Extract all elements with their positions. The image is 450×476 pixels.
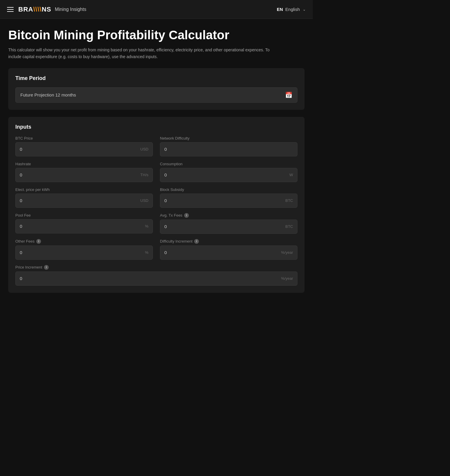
hamburger-line-2 [7, 9, 14, 10]
input-group-price-increment: Price Increment i 0 %/year [15, 265, 297, 286]
block-subsidy-unit: BTC [285, 198, 293, 203]
language-label: English [285, 7, 300, 12]
input-block-subsidy[interactable]: 0 BTC [160, 194, 297, 208]
input-group-pool-fee: Pool Fee 0 % [15, 213, 153, 234]
brand-logo: BRA\\\\NS [18, 6, 51, 13]
label-consumption: Consumption [160, 162, 297, 166]
inputs-grid: BTC Price 0 USD Network Difficulty 0 [15, 136, 297, 286]
input-group-hashrate: Hashrate 0 TH/s [15, 162, 153, 182]
input-hashrate[interactable]: 0 TH/s [15, 168, 153, 182]
input-pool-fee[interactable]: 0 % [15, 219, 153, 233]
input-other-fees[interactable]: 0 % [15, 246, 153, 260]
pool-fee-value: 0 [20, 224, 143, 229]
page-description: This calculator will show you your net p… [8, 47, 274, 60]
navbar-left: BRA\\\\NS Mining Insights [7, 6, 86, 13]
network-difficulty-value: 0 [164, 147, 291, 152]
input-group-elect-price: Elect. price per kWh 0 USD [15, 187, 153, 208]
btc-price-unit: USD [140, 147, 148, 151]
btc-price-value: 0 [20, 147, 138, 152]
elect-price-unit: USD [140, 198, 148, 203]
avg-tx-fees-info-icon[interactable]: i [184, 213, 189, 218]
input-group-avg-tx-fees: Avg. Tx Fees i 0 BTC [160, 213, 297, 234]
input-elect-price[interactable]: 0 USD [15, 194, 153, 208]
language-code: EN [277, 7, 283, 12]
consumption-value: 0 [164, 172, 287, 177]
avg-tx-fees-value: 0 [164, 224, 283, 229]
input-group-btc-price: BTC Price 0 USD [15, 136, 153, 156]
input-network-difficulty[interactable]: 0 [160, 142, 297, 156]
hamburger-line-3 [7, 11, 14, 12]
input-difficulty-increment[interactable]: 0 %/year [160, 246, 297, 260]
pool-fee-unit: % [145, 224, 148, 228]
elect-price-value: 0 [20, 198, 138, 203]
main-content: Bitcoin Mining Profitability Calculator … [0, 19, 313, 312]
input-consumption[interactable]: 0 W [160, 168, 297, 182]
hamburger-menu-button[interactable] [7, 7, 14, 12]
time-period-selector[interactable]: Future Projection 12 months 📅 [15, 87, 297, 103]
input-group-consumption: Consumption 0 W [160, 162, 297, 182]
price-increment-info-icon[interactable]: i [44, 265, 49, 270]
time-period-value: Future Projection 12 months [20, 92, 76, 97]
other-fees-value: 0 [20, 250, 143, 255]
calendar-icon: 📅 [285, 91, 292, 99]
hamburger-line-1 [7, 7, 14, 8]
consumption-unit: W [289, 173, 293, 177]
time-period-card: Time Period Future Projection 12 months … [8, 68, 305, 110]
input-price-increment[interactable]: 0 %/year [15, 271, 297, 286]
inputs-section-title: Inputs [15, 124, 297, 130]
price-increment-value: 0 [20, 276, 279, 281]
other-fees-unit: % [145, 250, 148, 255]
price-increment-unit: %/year [281, 276, 293, 281]
brand-subtitle: Mining Insights [55, 7, 86, 12]
other-fees-info-icon[interactable]: i [36, 239, 41, 244]
difficulty-increment-value: 0 [164, 250, 279, 255]
difficulty-increment-info-icon[interactable]: i [194, 239, 199, 244]
label-avg-tx-fees: Avg. Tx Fees i [160, 213, 297, 218]
input-btc-price[interactable]: 0 USD [15, 142, 153, 156]
brand: BRA\\\\NS Mining Insights [18, 6, 86, 13]
language-selector[interactable]: EN English ⌄ [277, 7, 306, 12]
label-block-subsidy: Block Subsidy [160, 187, 297, 192]
input-group-network-difficulty: Network Difficulty 0 [160, 136, 297, 156]
chevron-down-icon: ⌄ [303, 7, 306, 12]
hashrate-unit: TH/s [140, 173, 148, 177]
input-group-other-fees: Other Fees i 0 % [15, 239, 153, 260]
label-price-increment: Price Increment i [15, 265, 297, 270]
navbar: BRA\\\\NS Mining Insights EN English ⌄ [0, 0, 313, 19]
inputs-card: Inputs BTC Price 0 USD Network Difficult… [8, 117, 305, 293]
label-btc-price: BTC Price [15, 136, 153, 140]
input-group-difficulty-increment: Difficulty Increment i 0 %/year [160, 239, 297, 260]
avg-tx-fees-unit: BTC [285, 224, 293, 229]
page-title: Bitcoin Mining Profitability Calculator [8, 28, 305, 42]
difficulty-increment-unit: %/year [281, 250, 293, 255]
label-hashrate: Hashrate [15, 162, 153, 166]
input-avg-tx-fees[interactable]: 0 BTC [160, 220, 297, 234]
label-pool-fee: Pool Fee [15, 213, 153, 217]
label-other-fees: Other Fees i [15, 239, 153, 244]
time-period-section-title: Time Period [15, 75, 297, 81]
input-group-block-subsidy: Block Subsidy 0 BTC [160, 187, 297, 208]
label-network-difficulty: Network Difficulty [160, 136, 297, 140]
block-subsidy-value: 0 [164, 198, 283, 203]
label-difficulty-increment: Difficulty Increment i [160, 239, 297, 244]
label-elect-price: Elect. price per kWh [15, 187, 153, 192]
hashrate-value: 0 [20, 172, 138, 177]
